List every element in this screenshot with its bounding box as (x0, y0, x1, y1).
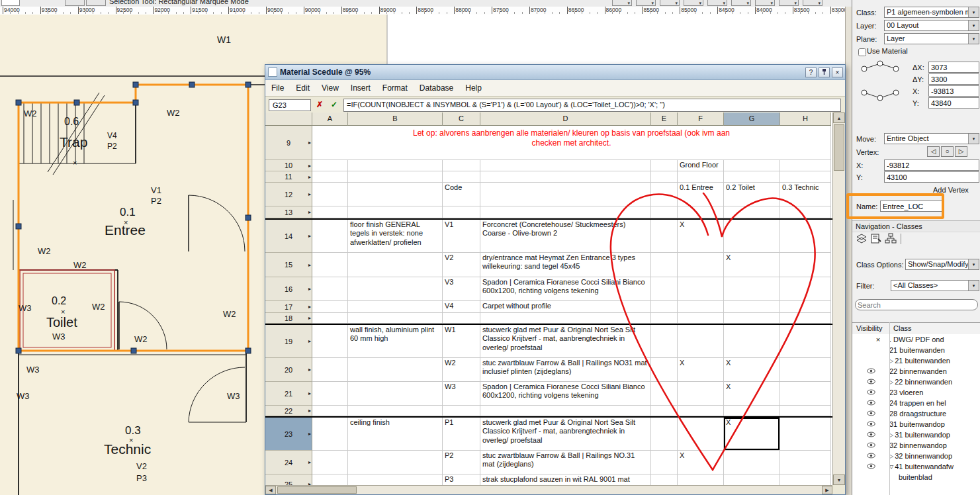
cell-F11[interactable] (678, 171, 724, 183)
cell-E13[interactable] (651, 206, 678, 218)
menu-file[interactable]: File (265, 81, 290, 96)
row-header-16[interactable]: 16▸ (265, 277, 312, 301)
visibility-x-icon[interactable]: × (876, 336, 880, 343)
row-header-23[interactable]: 23▸ (265, 418, 312, 451)
cell-E14[interactable] (651, 220, 678, 253)
row-header-9[interactable]: 9▸ (265, 126, 312, 160)
scroll-left-button[interactable]: ◀ (265, 486, 276, 494)
use-material-checkbox[interactable] (858, 48, 866, 56)
sheet-horizontal-scrollbar[interactable]: ◀ ▶ (265, 485, 832, 494)
row-header-15[interactable]: 15▸ (265, 253, 312, 277)
class-list-item[interactable]: 24 trappen en hel (852, 398, 980, 408)
menu-help[interactable]: Help (459, 81, 488, 96)
class-list-item[interactable]: 32 binnenwandop (852, 440, 980, 451)
x-field[interactable] (928, 85, 979, 97)
cell-C20[interactable]: W2 (443, 358, 480, 382)
sheet-vertical-scrollbar[interactable]: ▲ ▼ (832, 112, 845, 485)
cell-E19[interactable] (651, 325, 678, 358)
class-list-item[interactable]: buitenblad (852, 472, 980, 482)
cell-E10[interactable] (651, 160, 678, 171)
column-header-B[interactable]: B (348, 112, 443, 126)
row-header-18[interactable]: 18▸ (265, 313, 312, 324)
class-list-item[interactable]: 31 buitenwandop (852, 419, 980, 429)
cell-C15[interactable]: V2 (443, 253, 480, 277)
cell-A19[interactable] (312, 325, 348, 358)
note-cell[interactable]: Let op: alvorens aanbrengen alle materia… (312, 126, 831, 160)
y-field[interactable] (928, 97, 979, 109)
scroll-right-button[interactable]: ▶ (822, 486, 832, 494)
eye-icon[interactable] (867, 420, 875, 428)
cell-C16[interactable]: V3 (443, 277, 480, 301)
cell-C23[interactable]: P1 (443, 418, 480, 451)
vertex-prev-button[interactable]: ◁ (927, 146, 940, 157)
class-name-cell[interactable]: ▷32 binnenwandop (889, 452, 980, 460)
visibility-cell[interactable] (852, 461, 889, 472)
cell-B10[interactable] (348, 160, 443, 171)
cell-H10[interactable] (780, 160, 831, 171)
cell-C13[interactable] (443, 206, 480, 218)
cell-B23[interactable]: ceiling finish (348, 418, 443, 451)
class-options-dropdown[interactable]: Show/Snap/Modify C ▾ (905, 259, 979, 270)
cell-A11[interactable] (312, 171, 348, 183)
scroll-up-button[interactable]: ▲ (833, 112, 845, 123)
visibility-cell[interactable] (852, 377, 889, 387)
row-header-13[interactable]: 13▸ (265, 206, 312, 218)
visibility-cell[interactable] (852, 472, 889, 482)
cell-B15[interactable] (348, 253, 443, 277)
hierarchy-icon[interactable] (885, 233, 897, 244)
cell-F19[interactable] (678, 325, 724, 358)
cell-E21[interactable] (651, 382, 678, 406)
scroll-down-button[interactable]: ▼ (833, 474, 845, 485)
cell-H16[interactable] (780, 277, 831, 301)
cell-B19[interactable]: wall finish, aluminium plint 60 mm high (348, 325, 443, 358)
toolbar-dropdown-button[interactable]: ▾ (707, 0, 727, 6)
cell-G18[interactable] (724, 313, 780, 324)
cell-E16[interactable] (651, 277, 678, 301)
class-name-cell[interactable]: 32 binnenwandop (889, 441, 980, 449)
cell-C18[interactable] (443, 313, 480, 324)
cell-G16[interactable] (724, 277, 780, 301)
cell-F23[interactable] (678, 418, 724, 451)
class-name-cell[interactable]: 24 trappen en hel (889, 399, 980, 407)
cell-C19[interactable]: W1 (443, 325, 480, 358)
add-vertex-button[interactable]: Add Vertex (933, 186, 969, 194)
menu-database[interactable]: Database (414, 81, 459, 96)
cell-B14[interactable]: floor finish GENERAL tegels in verstek: … (348, 220, 443, 253)
cell-F16[interactable] (678, 277, 724, 301)
class-name-cell[interactable]: 22 binnenwanden (889, 367, 980, 375)
vertex-select-button[interactable]: ○ (941, 146, 954, 157)
toolbar-dropdown-button[interactable]: ▾ (660, 0, 680, 6)
cell-F21[interactable] (678, 382, 724, 406)
pin-button[interactable] (819, 68, 830, 77)
cell-H19[interactable] (780, 325, 831, 358)
class-list-item[interactable]: ▽41 buitenwandafw (852, 461, 980, 472)
cell-D10[interactable] (480, 160, 651, 171)
cell-G14[interactable] (724, 220, 780, 253)
class-list-item[interactable]: 23 vloeren (852, 387, 980, 398)
cell-G13[interactable] (724, 206, 780, 218)
cell-C14[interactable]: V1 (443, 220, 480, 253)
visibility-cell[interactable] (852, 429, 889, 440)
visibility-cell[interactable] (852, 366, 889, 377)
cell-B13[interactable] (348, 206, 443, 218)
row-header-12[interactable]: 12▸ (265, 183, 312, 206)
cell-E17[interactable] (651, 301, 678, 313)
eye-icon[interactable] (867, 410, 875, 418)
cell-A21[interactable] (312, 382, 348, 406)
visibility-cell[interactable] (852, 440, 889, 451)
toolbar-dropdown-button[interactable]: ▾ (636, 0, 656, 6)
cell-F13[interactable] (678, 206, 724, 218)
close-button[interactable]: × (832, 68, 843, 77)
formula-cancel-button[interactable]: ✗ (314, 99, 326, 111)
layer-dropdown[interactable]: 00 Layout ▾ (884, 20, 979, 31)
cell-H12[interactable]: 0.3 Technic (780, 183, 831, 206)
menu-view[interactable]: View (316, 81, 345, 96)
class-list-item[interactable]: 21 buitenwanden (852, 345, 980, 355)
cell-G25[interactable] (724, 474, 780, 485)
cell-B20[interactable] (348, 358, 443, 382)
class-list-item[interactable]: ▷31 buitenwandop (852, 429, 980, 440)
eye-icon[interactable] (867, 367, 875, 375)
cell-F25[interactable] (678, 474, 724, 485)
cell-G20[interactable]: X (724, 358, 780, 382)
cell-E15[interactable] (651, 253, 678, 277)
